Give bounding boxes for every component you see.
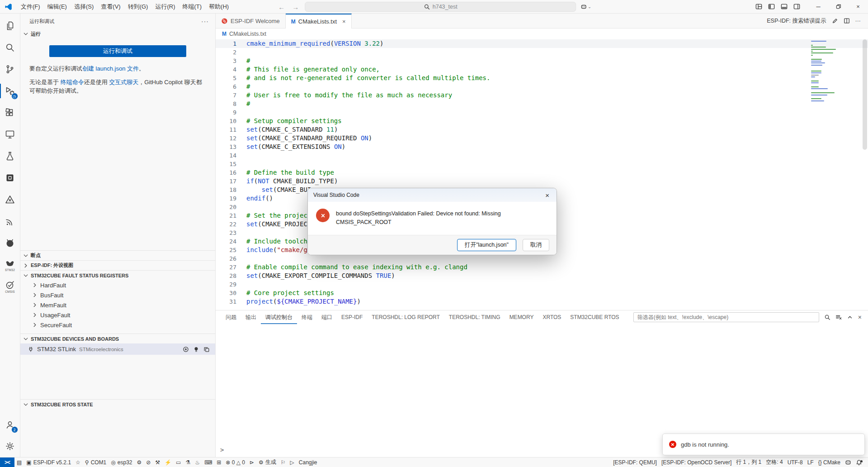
- status-espidf-version[interactable]: ▣ESP-IDF v5.2.1: [24, 457, 73, 467]
- code-text[interactable]: # Include toolcha: [236, 237, 311, 246]
- copy-icon[interactable]: [203, 346, 210, 353]
- activity-accounts-icon[interactable]: 2: [0, 414, 20, 435]
- code-text[interactable]: # Enable compile command to ease indexin…: [236, 263, 467, 272]
- code-line[interactable]: 12set(CMAKE_C_STANDARD_REQUIRED ON): [216, 134, 868, 143]
- breadcrumb[interactable]: M CMakeLists.txt: [216, 29, 868, 39]
- command-center-search[interactable]: h743_test: [305, 2, 576, 12]
- code-text[interactable]: set(CMAKE_C_EXTENSIONS ON): [236, 143, 345, 151]
- menu-item-文件(F)[interactable]: 文件(F): [17, 1, 44, 13]
- code-text[interactable]: set(CMAKE_BUI: [236, 186, 311, 194]
- code-text[interactable]: [236, 48, 246, 57]
- status-language-mode[interactable]: {} CMake: [816, 457, 843, 467]
- panel-tab-4[interactable]: 端口: [317, 310, 337, 324]
- code-line[interactable]: 7# User is free to modify the file as mu…: [216, 91, 868, 100]
- activity-settings-icon[interactable]: [0, 435, 20, 457]
- code-text[interactable]: if(NOT CMAKE_BUILD_TYPE): [236, 177, 338, 186]
- notification-toast[interactable]: ✕ gdb is not running.: [662, 434, 865, 455]
- status-debug-alt-icon[interactable]: ⊳: [247, 457, 256, 467]
- copilot-menu[interactable]: ⌄: [580, 4, 591, 10]
- code-text[interactable]: #: [236, 57, 250, 65]
- tree-item-HardFault[interactable]: HardFault: [20, 280, 215, 290]
- tree-item-SecureFault[interactable]: SecureFault: [20, 320, 215, 330]
- toggle-secondary-sidebar-icon[interactable]: [793, 3, 800, 10]
- panel-tab-3[interactable]: 终端: [297, 310, 317, 324]
- code-editor[interactable]: 1cmake_minimum_required(VERSION 3.22)23#…: [216, 39, 868, 310]
- code-text[interactable]: set(CMAKE_C_STANDARD_REQUIRED ON): [236, 134, 372, 143]
- panel-tab-7[interactable]: TEROSHDL: TIMING: [444, 310, 505, 324]
- status-star-icon[interactable]: ☆: [73, 457, 83, 467]
- editor-scrollbar[interactable]: [863, 39, 867, 150]
- status-device-target[interactable]: ◎esp32: [108, 457, 134, 467]
- status-new-window-icon[interactable]: ⊞: [214, 457, 223, 467]
- link[interactable]: 创建 launch.json 文件: [82, 65, 139, 72]
- lightbulb-icon[interactable]: [193, 346, 199, 353]
- tab-esp-idf-welcome[interactable]: ESP-IDF Welcome: [216, 14, 286, 28]
- code-text[interactable]: cmake_minimum_required(VERSION 3.22): [236, 39, 383, 48]
- tab-cmakelists.txt[interactable]: MCMakeLists.txt×: [286, 14, 352, 29]
- close-button[interactable]: ×: [848, 0, 868, 14]
- panel-tab-9[interactable]: XRTOS: [538, 310, 566, 324]
- code-text[interactable]: # and is not re-generated if converter i…: [236, 74, 490, 82]
- status-copilot-icon[interactable]: [843, 457, 854, 467]
- code-text[interactable]: # Set the project: [236, 211, 311, 220]
- code-line[interactable]: 14: [216, 151, 868, 160]
- pane-header-esp-idf-peripherals[interactable]: ESP-IDF: 外设视图: [20, 260, 215, 270]
- code-text[interactable]: set(CMAKE_PROJECT: [236, 220, 311, 229]
- code-text[interactable]: # Define the build type: [236, 168, 334, 177]
- code-text[interactable]: set(CMAKE_C_STANDARD 11): [236, 125, 338, 134]
- status-flame-icon[interactable]: ♨: [193, 457, 202, 467]
- dialog-close-icon[interactable]: ×: [543, 191, 551, 199]
- pane-header-breakpoints[interactable]: 断点: [20, 250, 215, 260]
- activity-search-icon[interactable]: [0, 37, 20, 58]
- debug-console-prompt[interactable]: >: [220, 446, 224, 453]
- status-serial-port[interactable]: ⚲COM1: [83, 457, 108, 467]
- pencil-icon[interactable]: [832, 18, 838, 24]
- code-text[interactable]: endif(): [236, 194, 273, 203]
- status-problems[interactable]: ⊗ 0 △ 0: [223, 457, 247, 467]
- code-line[interactable]: 6#: [216, 82, 868, 91]
- link[interactable]: 交互式聊天: [109, 79, 138, 86]
- status-eol[interactable]: LF: [805, 457, 816, 467]
- panel-tab-1[interactable]: 输出: [241, 310, 261, 324]
- pane-header-stm32-fault-registers[interactable]: STM32CUBE FAULT STATUS REGISTERS: [20, 270, 215, 280]
- status-flash-icon[interactable]: ⚡: [162, 457, 174, 467]
- panel-tab-2[interactable]: 调试控制台: [261, 310, 297, 324]
- status-menuconfig-icon[interactable]: ⚙: [134, 457, 144, 467]
- panel-tab-5[interactable]: ESP-IDF: [337, 310, 367, 324]
- code-text[interactable]: [236, 280, 246, 289]
- activity-source-control-icon[interactable]: [0, 58, 20, 80]
- code-line[interactable]: 26: [216, 254, 868, 263]
- status-debug-flask-icon[interactable]: ⚗: [183, 457, 193, 467]
- status-launch-target[interactable]: Cangjie: [297, 457, 320, 467]
- maximize-panel-icon[interactable]: [847, 314, 853, 320]
- console-filter-input[interactable]: 筛选器(例如 text、!exclude、\escape): [633, 312, 819, 322]
- code-text[interactable]: # This file is generated only once,: [236, 65, 380, 74]
- panel-tab-8[interactable]: MEMORY: [505, 310, 538, 324]
- link[interactable]: 终端命令: [61, 79, 84, 86]
- panel-tab-10[interactable]: STM32CUBE RTOS: [566, 310, 623, 324]
- status-monitor-icon[interactable]: ▭: [174, 457, 183, 467]
- code-text[interactable]: [236, 108, 246, 117]
- status-cursor-position[interactable]: 行 1，列 1: [734, 457, 764, 467]
- code-text[interactable]: [236, 151, 246, 160]
- code-line[interactable]: 4# This file is generated only once,: [216, 65, 868, 74]
- activity-extensions-icon[interactable]: [0, 102, 20, 124]
- status-indentation[interactable]: 空格: 4: [764, 457, 785, 467]
- activity-teroshdl-icon[interactable]: [0, 189, 20, 210]
- status-terminal-icon[interactable]: ⌨: [202, 457, 214, 467]
- back-arrow-icon[interactable]: ←: [277, 3, 286, 11]
- menu-item-选择(S)[interactable]: 选择(S): [71, 1, 97, 13]
- code-text[interactable]: [236, 254, 246, 263]
- menu-item-查看(V)[interactable]: 查看(V): [97, 1, 124, 13]
- code-line[interactable]: 9: [216, 108, 868, 117]
- code-line[interactable]: 3#: [216, 57, 868, 65]
- status-flag-icon[interactable]: ⚐: [278, 457, 288, 467]
- code-line[interactable]: 31project(${CMAKE_PROJECT_NAME}): [216, 297, 868, 306]
- esp-idf-search-hint[interactable]: ESP-IDF: 搜索错误提示: [767, 17, 826, 25]
- status-espidf-openocd[interactable]: [ESP-IDF: OpenOCD Server]: [659, 457, 734, 467]
- tree-item-MemFault[interactable]: MemFault: [20, 300, 215, 310]
- more-actions-icon[interactable]: ···: [855, 18, 861, 24]
- status-project-icon[interactable]: ▤: [14, 457, 24, 467]
- restore-button[interactable]: [828, 0, 848, 14]
- run-and-debug-button[interactable]: 运行和调试: [49, 45, 186, 57]
